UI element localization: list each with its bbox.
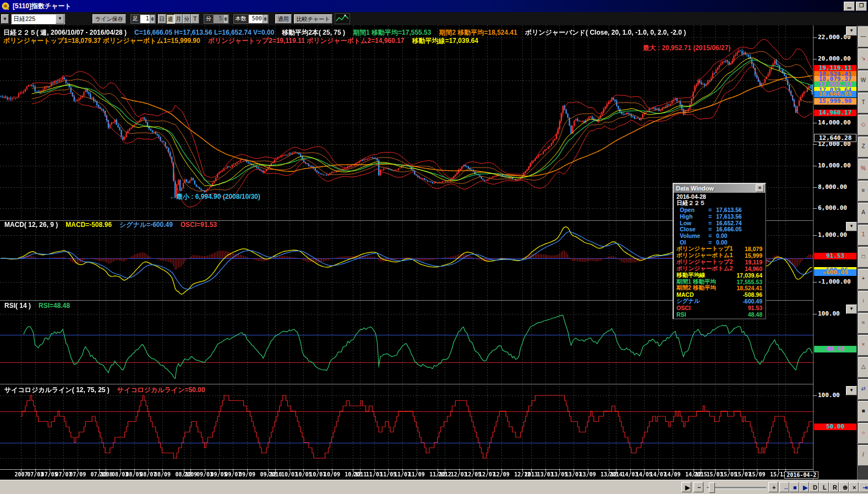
equals-sign: = — [708, 207, 716, 213]
close-chart-button[interactable]: × — [849, 482, 859, 492]
scroll-next-button[interactable]: ▶ — [681, 482, 691, 492]
period-button-group: 日 週 月 分 T — [158, 14, 199, 24]
apply-button[interactable]: 適用 — [275, 14, 292, 24]
equals-sign: = — [708, 213, 716, 220]
axis-price-label: 100.00 — [818, 310, 840, 317]
data-window-row: 日経２２５ — [675, 200, 763, 207]
spinner-arrows-icon[interactable] — [263, 15, 268, 23]
minute-spinner[interactable]: 5 — [213, 14, 228, 24]
axis-tick — [814, 59, 817, 59]
axis-tick — [814, 166, 817, 166]
data-window-value: 17,613.56 — [716, 213, 742, 220]
title-bar[interactable]: [5110]指数チャート ▁ ❒ — [0, 0, 868, 12]
bar-interval-group: 足 1 — [130, 14, 156, 24]
l-button[interactable]: L — [819, 482, 829, 492]
d-button[interactable]: D — [809, 482, 819, 492]
x-axis-tick-label: 2007 — [14, 471, 28, 477]
zoom-slider-thumb[interactable] — [709, 482, 715, 493]
drawing-tool-button-11[interactable]: □ — [858, 247, 868, 268]
period-day-button[interactable]: 日 — [158, 14, 166, 24]
bar-count-spinner[interactable]: 1 — [140, 14, 155, 24]
axis-tick — [814, 395, 817, 396]
x-axis-tick-label: 2009 — [184, 471, 197, 477]
data-window-value: 17,039.64 — [736, 272, 763, 279]
period-minute-button[interactable]: 分 — [183, 14, 191, 24]
zoom-button[interactable]: ⊕ — [839, 482, 849, 492]
spinner-arrows-icon[interactable] — [223, 15, 228, 23]
data-window-label: OSCI — [675, 305, 691, 311]
current-date-label: 2016-04-2 — [784, 471, 818, 479]
line-save-button[interactable]: ライン保存 — [92, 14, 126, 24]
data-window-close-icon[interactable]: × — [756, 184, 764, 192]
x-axis-tick-label: 2012 — [438, 471, 451, 477]
spinner-arrows-icon[interactable] — [150, 15, 155, 23]
zoom-slider-track[interactable] — [707, 487, 766, 489]
drawing-tool-button-18[interactable]: ■ — [858, 401, 868, 422]
stop-button[interactable]: ■ — [789, 482, 799, 492]
indicator-value-badge: 91.53 — [814, 253, 856, 259]
drawing-tool-button-4[interactable]: T — [858, 93, 868, 113]
drawing-tool-button-8[interactable]: ≡ — [858, 181, 868, 202]
axis-price-label: 14,000.00 — [818, 119, 851, 126]
data-window-row: ボリンジャートップ118,079 — [675, 246, 763, 252]
x-axis-tick-label: 07/09 — [69, 471, 86, 477]
drawing-tool-button-13[interactable]: ↕ — [858, 291, 868, 312]
count-spinner[interactable]: 500 — [248, 14, 268, 24]
data-window-title-bar[interactable]: Data Window × — [674, 184, 765, 193]
drawing-tool-button-5[interactable]: ◇ — [858, 115, 868, 135]
indicator-value-badge: 48.48 — [814, 346, 856, 352]
drawing-tool-button-14[interactable]: ≈ — [858, 313, 868, 334]
panel-menu-dropdown-button[interactable]: ▼ — [846, 305, 857, 314]
drawing-tool-button-15[interactable]: × — [858, 335, 868, 356]
period-tick-button[interactable]: T — [191, 14, 199, 24]
line-chart-icon[interactable] — [335, 13, 350, 24]
drawing-tool-button-3[interactable]: W — [858, 70, 868, 91]
maximize-button[interactable]: ❒ — [856, 2, 867, 11]
minimize-button[interactable]: ▁ — [844, 2, 855, 11]
play-button[interactable]: ▶ — [799, 482, 809, 492]
panel-menu-dropdown-button[interactable]: ▼ — [846, 386, 857, 395]
drawing-tool-button-12[interactable]: + — [858, 269, 868, 290]
data-window-row: 期間1 移動平均17,555.53 — [675, 279, 763, 285]
data-window-value: 48.48 — [748, 311, 763, 318]
drawing-tool-button-20[interactable]: / — [858, 445, 868, 466]
chevron-down-icon[interactable]: ▼ — [56, 14, 64, 24]
x-axis-tick-label: 2013 — [525, 471, 538, 477]
drawing-tool-button-1[interactable]: — — [858, 26, 868, 47]
drawing-tool-button-6[interactable]: Z — [858, 137, 868, 158]
drawing-tool-button-17[interactable]: ⇄ — [858, 379, 868, 400]
data-window-label: RSI — [675, 311, 686, 318]
axis-price-label: 20,000.00 — [818, 55, 851, 62]
pan-button[interactable]: ↔ — [779, 482, 789, 492]
drawing-tool-button-10[interactable]: 1 — [858, 225, 868, 246]
go-end-button[interactable]: ⇥ — [859, 482, 868, 492]
data-window[interactable]: Data Window × 2016-04-28日経２２５Open=17,613… — [673, 183, 766, 319]
period-month-button[interactable]: 月 — [174, 14, 183, 24]
bar-label: 足 — [131, 15, 140, 23]
compare-chart-button[interactable]: 比較チャート — [294, 14, 333, 24]
symbol-select[interactable]: 日経225 ▼ — [11, 14, 65, 24]
zoom-out-button[interactable]: − — [694, 482, 703, 492]
data-window-label: 移動平均線 — [675, 272, 706, 279]
drawing-tool-button-16[interactable]: △ — [858, 357, 868, 378]
data-window-value: 91.53 — [748, 305, 763, 311]
r-button[interactable]: R — [829, 482, 839, 492]
drawing-tool-button-2[interactable]: ↘ — [858, 48, 868, 69]
drawing-tool-button-9[interactable]: A — [858, 203, 868, 224]
symbol-history-dropdown-button[interactable]: ▼ — [1, 14, 9, 24]
panel-menu-dropdown-button[interactable]: ▼ — [846, 222, 857, 231]
data-window-row: ボリンジャートップ219,119 — [675, 259, 763, 265]
data-window-value: 16,652.74 — [716, 220, 742, 226]
zoom-in-button[interactable]: + — [768, 482, 778, 492]
application-window: [5110]指数チャート ▁ ❒ ▼ 日経225 ▼ ライン保存 足 1 日 週… — [0, 0, 868, 494]
drawing-tool-button-19[interactable]: ○ — [858, 423, 868, 444]
data-window-value: 15,999 — [745, 252, 763, 259]
indicator-value-badge: -600.49 — [814, 269, 856, 276]
panel-menu-dropdown-button[interactable]: ▼ — [846, 26, 857, 36]
data-window-label: ボリンジャートップ1 — [675, 246, 733, 252]
data-window-value: 19,119 — [745, 259, 763, 265]
count-value: 500 — [249, 15, 263, 23]
data-window-row: 期間2 移動平均18,524.41 — [675, 285, 763, 291]
drawing-tool-button-7[interactable]: % — [858, 159, 868, 180]
period-week-button[interactable]: 週 — [166, 14, 174, 24]
